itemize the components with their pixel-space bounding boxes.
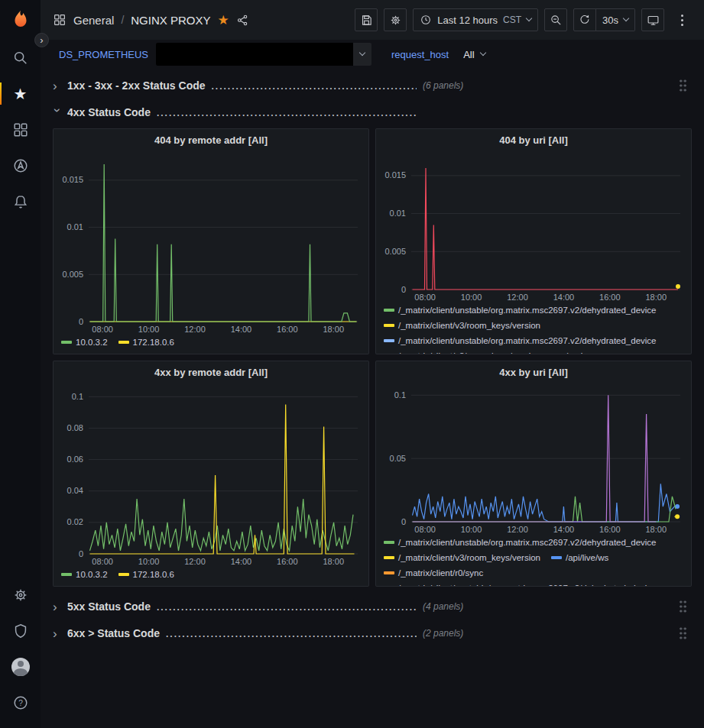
sidebar-item-configuration[interactable] bbox=[0, 577, 41, 613]
svg-text:08:00: 08:00 bbox=[414, 525, 436, 534]
legend-label: /_matrix/client/v3/room_keys/version bbox=[398, 551, 540, 565]
legend-label: /sw.js bbox=[566, 349, 587, 354]
request-host-variable-label[interactable]: request_host bbox=[385, 44, 455, 65]
chevron-down-icon bbox=[623, 15, 629, 21]
sidebar: ★ bbox=[0, 0, 41, 728]
top-nav: General / NGINX PROXY ★ bbox=[41, 0, 704, 40]
sidebar-item-alerting[interactable] bbox=[0, 183, 41, 219]
legend-item[interactable]: /api/live/ws bbox=[551, 551, 608, 565]
legend-item[interactable]: 172.18.0.6 bbox=[118, 568, 174, 581]
legend-item[interactable]: /_matrix/client/v3/room_keys/version bbox=[384, 551, 540, 565]
svg-text:0: 0 bbox=[79, 549, 83, 558]
share-icon[interactable] bbox=[236, 14, 249, 27]
legend-swatch bbox=[551, 556, 562, 559]
save-dashboard-button[interactable] bbox=[355, 8, 378, 31]
legend-item[interactable]: /sw.js bbox=[551, 349, 587, 354]
row-drag-handle[interactable] bbox=[679, 600, 687, 613]
svg-text:18:00: 18:00 bbox=[646, 525, 667, 534]
sidebar-item-profile[interactable] bbox=[0, 649, 41, 684]
panel-title[interactable]: 404 by uri [All] bbox=[376, 129, 691, 150]
zoom-out-button[interactable] bbox=[544, 8, 567, 31]
legend-item[interactable]: /_matrix/client/unstable/org.matrix.msc2… bbox=[384, 535, 657, 549]
panel-title[interactable]: 4xx by uri [All] bbox=[376, 361, 691, 383]
chart-404-by-remote-addr[interactable]: 00.0050.010.01508:0010:0012:0014:0016:00… bbox=[54, 150, 368, 335]
svg-text:12:00: 12:00 bbox=[507, 293, 528, 302]
chevron-down-icon bbox=[526, 15, 532, 21]
chevron-right-icon: › bbox=[53, 79, 62, 92]
legend-item[interactable]: /_matrix/client/unstable/org.matrix.msc2… bbox=[384, 334, 657, 348]
panel-grid-4xx: 404 by remote addr [All] 00.0050.010.015… bbox=[53, 128, 692, 587]
refresh-button[interactable] bbox=[573, 8, 596, 31]
svg-text:0.015: 0.015 bbox=[62, 175, 83, 184]
sidebar-item-explore[interactable] bbox=[0, 147, 41, 183]
svg-text:0.04: 0.04 bbox=[67, 486, 83, 495]
legend-swatch bbox=[384, 541, 394, 544]
kebab-icon bbox=[681, 15, 683, 26]
legend-swatch bbox=[61, 341, 72, 344]
row-6xx[interactable]: › 6xx > Status Code ....................… bbox=[53, 623, 692, 644]
svg-text:0.06: 0.06 bbox=[67, 455, 83, 464]
sidebar-item-starred[interactable]: ★ bbox=[0, 76, 41, 112]
chart-404-by-uri[interactable]: 00.0050.010.01508:0010:0012:0014:0016:00… bbox=[376, 150, 691, 303]
row-panel-count: (4 panels) bbox=[423, 601, 463, 612]
row-dots: ........................................… bbox=[166, 629, 417, 639]
chart-4xx-by-uri[interactable]: 00.050.108:0010:0012:0014:0016:0018:00 bbox=[376, 383, 691, 535]
refresh-interval-dropdown[interactable]: 30s bbox=[596, 8, 635, 31]
favorite-star-icon[interactable]: ★ bbox=[217, 14, 229, 27]
legend-swatch bbox=[118, 573, 129, 576]
svg-text:0.05: 0.05 bbox=[390, 454, 406, 463]
legend-item[interactable]: /_matrix/client/unstable/org.matrix.msc2… bbox=[384, 303, 657, 317]
legend-label: /_matrix/client/unstable/org.matrix.msc2… bbox=[398, 535, 657, 549]
legend-item[interactable]: 10.0.3.2 bbox=[61, 335, 108, 349]
tv-mode-button[interactable] bbox=[641, 8, 664, 31]
chart-legend: 10.0.3.2172.18.0.6 bbox=[54, 335, 368, 354]
search-icon bbox=[12, 50, 29, 66]
legend-label: 172.18.0.6 bbox=[133, 335, 174, 349]
sidebar-item-search[interactable] bbox=[0, 40, 41, 76]
sidebar-item-server-admin[interactable] bbox=[0, 613, 41, 649]
panel-title[interactable]: 404 by remote addr [All] bbox=[54, 129, 368, 150]
grafana-logo[interactable] bbox=[0, 0, 41, 40]
sidebar-item-help[interactable]: ? bbox=[0, 684, 41, 720]
datasource-variable-dropdown[interactable] bbox=[156, 43, 371, 66]
refresh-group: 30s bbox=[573, 8, 635, 31]
row-4xx[interactable]: › 4xx Status Code ......................… bbox=[53, 102, 692, 123]
legend-item[interactable]: 10.0.3.2 bbox=[61, 568, 108, 581]
svg-text:14:00: 14:00 bbox=[553, 293, 575, 302]
dashboard-settings-button[interactable] bbox=[384, 8, 407, 31]
breadcrumb-folder[interactable]: General bbox=[73, 14, 114, 27]
dashboard-title: NGINX PROXY bbox=[131, 14, 210, 27]
request-host-value: All bbox=[463, 49, 474, 60]
more-options-button[interactable] bbox=[670, 8, 693, 31]
sidebar-expand-button[interactable]: › bbox=[34, 33, 49, 47]
legend-item[interactable]: /_matrix/client/unstable/org.matrix.msc2… bbox=[384, 581, 657, 587]
row-title: 4xx Status Code bbox=[67, 106, 151, 118]
grafana-flame-icon bbox=[9, 8, 32, 31]
legend-swatch bbox=[384, 324, 394, 327]
row-5xx[interactable]: › 5xx Status Code ......................… bbox=[53, 596, 692, 617]
legend-item[interactable]: /_matrix/client/v3/room_keys/version bbox=[384, 319, 540, 332]
legend-item[interactable]: /_matrix/client/r0/sync bbox=[384, 566, 483, 580]
svg-text:18:00: 18:00 bbox=[323, 557, 345, 566]
time-range-picker[interactable]: Last 12 hours CST bbox=[413, 8, 538, 31]
legend-label: /_matrix/client/unstable/org.matrix.msc2… bbox=[398, 581, 657, 587]
row-drag-handle[interactable] bbox=[679, 79, 687, 92]
svg-text:08:00: 08:00 bbox=[92, 325, 113, 334]
legend-item[interactable]: /_matrix/client/v3/room_keys/version bbox=[384, 349, 540, 354]
sidebar-item-dashboards[interactable] bbox=[0, 112, 41, 147]
svg-text:0.01: 0.01 bbox=[390, 209, 406, 218]
chart-legend: /_matrix/client/unstable/org.matrix.msc2… bbox=[376, 303, 691, 354]
datasource-variable-label[interactable]: DS_PROMETHEUS bbox=[53, 44, 154, 65]
legend-label: /_matrix/client/unstable/org.matrix.msc2… bbox=[398, 334, 657, 348]
legend-swatch bbox=[384, 571, 394, 574]
row-1xx-3xx-2xx[interactable]: › 1xx - 3xx - 2xx Status Code ..........… bbox=[53, 75, 692, 96]
request-host-variable-dropdown[interactable]: All bbox=[456, 43, 492, 66]
row-drag-handle[interactable] bbox=[679, 626, 687, 640]
legend-label: 172.18.0.6 bbox=[133, 568, 174, 581]
legend-item[interactable]: 172.18.0.6 bbox=[118, 335, 174, 349]
panel-title[interactable]: 4xx by remote addr [All] bbox=[54, 361, 368, 383]
row-dots: ........................................… bbox=[212, 81, 417, 92]
chart-4xx-by-remote-addr[interactable]: 00.020.040.060.080.108:0010:0012:0014:00… bbox=[54, 383, 368, 568]
zoom-out-icon bbox=[550, 14, 563, 27]
variable-request-host: request_host All bbox=[385, 43, 492, 66]
